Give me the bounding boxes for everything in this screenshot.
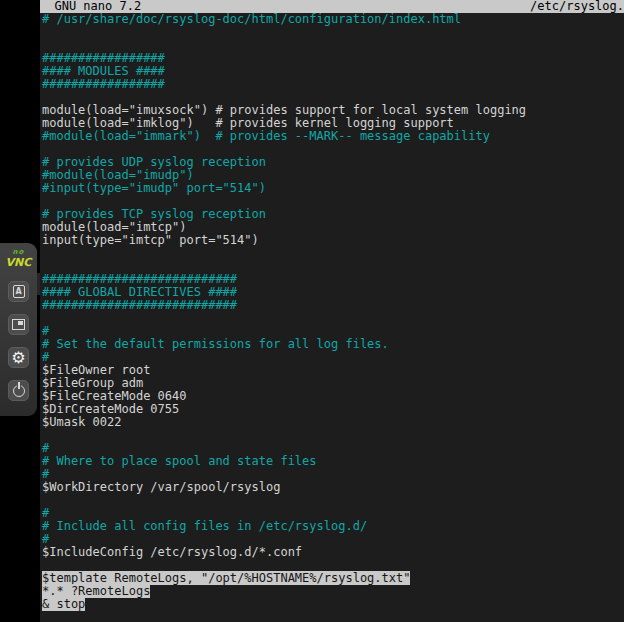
terminal-line-text: # — [42, 350, 49, 364]
terminal-line-text: ################# — [42, 77, 165, 91]
nano-terminal[interactable]: GNU nano 7.2 /etc/rsyslog. # /usr/share/… — [40, 0, 624, 622]
terminal-line-text-selected: *.* ?RemoteLogs — [42, 584, 150, 598]
terminal-line-text: # — [42, 324, 49, 338]
terminal-line-text: # Where to place spool and state files — [42, 454, 317, 468]
power-button[interactable] — [8, 380, 29, 401]
terminal-line: #input(type="imudp" port="514") — [42, 182, 624, 195]
terminal-line — [42, 494, 624, 507]
terminal-line — [42, 312, 624, 325]
terminal-line-text: $FileCreateMode 0640 — [42, 389, 187, 403]
terminal-line-text: # provides UDP syslog reception — [42, 155, 266, 169]
nano-filename-label: /etc/rsyslog. — [530, 0, 624, 13]
terminal-line: # Where to place spool and state files — [42, 455, 624, 468]
terminal-line: $IncludeConfig /etc/rsyslog.d/*.conf — [42, 546, 624, 559]
terminal-line — [42, 26, 624, 39]
clipboard-button[interactable]: A — [8, 281, 29, 302]
terminal-line-text: #### MODULES #### — [42, 64, 165, 78]
terminal-line-text: # — [42, 467, 49, 481]
terminal-line-text: module(load="imuxsock") # provides suppo… — [42, 103, 526, 117]
terminal-line — [42, 247, 624, 260]
clipboard-letter: A — [15, 288, 21, 296]
terminal-line: $Umask 0022 — [42, 416, 624, 429]
terminal-line-text: ################# — [42, 51, 165, 65]
terminal-line-text: $FileGroup adm — [42, 376, 143, 390]
terminal-line-text: # — [42, 532, 49, 546]
terminal-line-text: module(load="imklog") # provides kernel … — [42, 116, 454, 130]
terminal-line: ########################### — [42, 299, 624, 312]
terminal-lines: # /usr/share/doc/rsyslog-doc/html/config… — [40, 13, 624, 611]
clipboard-icon: A — [13, 285, 25, 298]
terminal-line-text-selected: $template RemoteLogs, "/opt/%HOSTNAME%/r… — [42, 571, 410, 585]
terminal-line-text-selected: & stop — [42, 597, 85, 611]
terminal-line-text: module(load="imtcp") — [42, 220, 187, 234]
terminal-line: # Include all config files in /etc/rsysl… — [42, 520, 624, 533]
terminal-line-text: # Include all config files in /etc/rsysl… — [42, 519, 367, 533]
terminal-line-text: #module(load="immark") # provides --MARK… — [42, 129, 490, 143]
terminal-line: input(type="imtcp" port="514") — [42, 234, 624, 247]
terminal-line: # Set the default permissions for all lo… — [42, 338, 624, 351]
terminal-line-text: ########################### — [42, 298, 237, 312]
terminal-line-text: #### GLOBAL DIRECTIVES #### — [42, 285, 237, 299]
terminal-line: $WorkDirectory /var/spool/rsyslog — [42, 481, 624, 494]
fullscreen-button[interactable] — [8, 314, 29, 335]
terminal-line-text: $FileOwner root — [42, 363, 150, 377]
vnc-control-bar: no VNC A ⚙ — [0, 243, 37, 416]
power-icon-line — [18, 382, 20, 389]
power-icon — [13, 385, 25, 397]
terminal-line-text: # Set the default permissions for all lo… — [42, 337, 389, 351]
fullscreen-icon — [12, 319, 25, 330]
terminal-line-text: # provides TCP syslog reception — [42, 207, 266, 221]
vnc-screen: no VNC A ⚙ ◀ — [0, 0, 624, 622]
terminal-line-text: #module(load="imudp") — [42, 168, 194, 182]
terminal-line: # /usr/share/doc/rsyslog-doc/html/config… — [42, 13, 624, 26]
novnc-logo-vnc: VNC — [6, 256, 32, 269]
terminal-line-text: $IncludeConfig /etc/rsyslog.d/*.conf — [42, 545, 302, 559]
terminal-line-text: # — [42, 506, 49, 520]
settings-button[interactable]: ⚙ — [8, 347, 29, 368]
fullscreen-icon-inner — [18, 321, 23, 325]
terminal-line: ################# — [42, 78, 624, 91]
terminal-line: #module(load="immark") # provides --MARK… — [42, 130, 624, 143]
terminal-line: & stop — [42, 598, 624, 611]
terminal-line-text: ########################### — [42, 272, 237, 286]
terminal-line: $DirCreateMode 0755 — [42, 403, 624, 416]
terminal-line-text: $WorkDirectory /var/spool/rsyslog — [42, 480, 280, 494]
terminal-line-text: # /usr/share/doc/rsyslog-doc/html/config… — [42, 12, 461, 26]
novnc-logo: no VNC — [6, 248, 32, 269]
terminal-line-text: $Umask 0022 — [42, 415, 121, 429]
terminal-line-text: #input(type="imudp" port="514") — [42, 181, 266, 195]
gear-icon: ⚙ — [11, 350, 25, 366]
terminal-line — [42, 429, 624, 442]
terminal-line-text: input(type="imtcp" port="514") — [42, 233, 259, 247]
terminal-line-text: $DirCreateMode 0755 — [42, 402, 179, 416]
vnc-side-area: no VNC A ⚙ ◀ — [0, 0, 40, 622]
terminal-line: *.* ?RemoteLogs — [42, 585, 624, 598]
novnc-logo-no: no — [6, 248, 32, 256]
terminal-line-text: # — [42, 441, 49, 455]
